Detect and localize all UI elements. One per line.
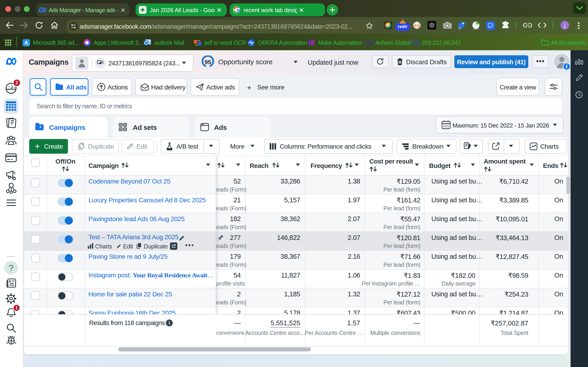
svg-text:SQ: SQ: [414, 23, 420, 28]
